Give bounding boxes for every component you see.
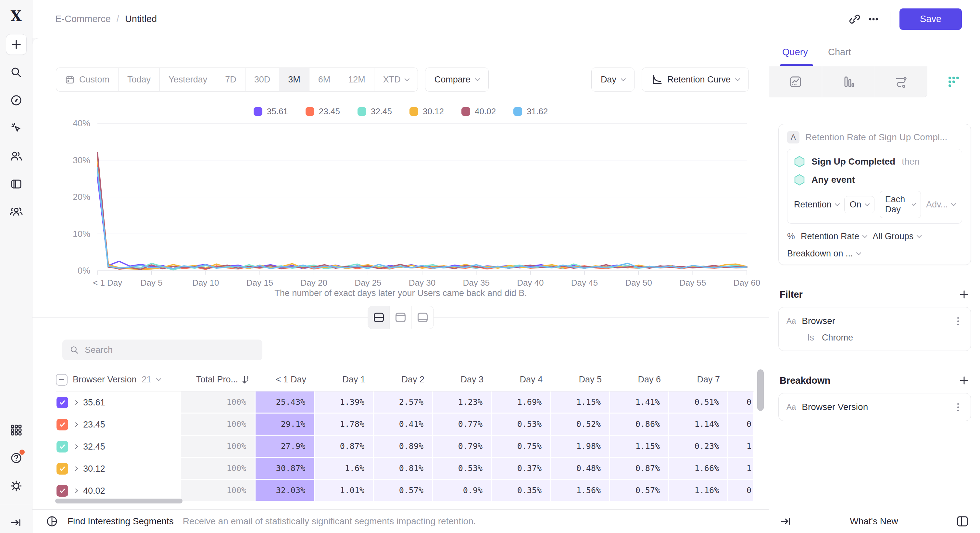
tab-query[interactable]: Query	[782, 47, 808, 57]
copy-link-button[interactable]	[845, 10, 864, 29]
side-panel-icon[interactable]	[956, 516, 969, 527]
advanced-dropdown[interactable]: Adv...	[926, 200, 955, 210]
legend-item[interactable]: 32.45	[358, 106, 392, 117]
settings-button[interactable]	[6, 476, 27, 497]
on-dropdown[interactable]: On	[844, 196, 875, 213]
day-column-header[interactable]: Day 6	[610, 374, 669, 385]
layout-table-button[interactable]	[412, 306, 433, 329]
expand-row-icon[interactable]	[73, 466, 78, 471]
retention-cell[interactable]: 0.81%	[374, 458, 433, 480]
flows-report-button[interactable]	[875, 66, 928, 97]
range-xtd[interactable]: XTD	[374, 68, 418, 91]
chart-type-button[interactable]: Retention Curve	[642, 68, 749, 92]
retention-cell[interactable]: 30.87%	[256, 458, 315, 480]
retention-cell[interactable]: 1.16%	[669, 480, 729, 502]
retention-type-dropdown[interactable]: Retention	[794, 200, 839, 210]
retention-cell[interactable]: 1.78%	[315, 414, 374, 436]
day-column-header[interactable]: Day 5	[551, 374, 610, 385]
legend-item[interactable]: 35.61	[254, 106, 288, 117]
retention-cell[interactable]: 0.23%	[669, 436, 729, 458]
retention-cell[interactable]: 0.89%	[374, 436, 433, 458]
add-breakdown-button[interactable]	[959, 375, 970, 386]
filter-property[interactable]: Browser	[802, 316, 947, 326]
retention-cell[interactable]: 1.69%	[492, 392, 551, 414]
retention-cell[interactable]: 0.87%	[315, 436, 374, 458]
retention-cell[interactable]: 1.41%	[610, 392, 669, 414]
filter-menu-button[interactable]	[953, 317, 963, 325]
retention-cell[interactable]: 1.14%	[669, 414, 729, 436]
measure-dropdown[interactable]: Retention Rate	[801, 232, 867, 241]
range-6m[interactable]: 6M	[309, 68, 340, 91]
granularity-button[interactable]: Day	[591, 68, 635, 92]
horizontal-scrollbar-thumb[interactable]	[55, 498, 183, 503]
retention-cell[interactable]: 1.56%	[551, 480, 610, 502]
breakdown-on-dropdown[interactable]: Breakdown on ...	[787, 249, 861, 259]
series-line-30.12[interactable]	[97, 157, 747, 270]
retention-line-chart[interactable]: 0%10%20%30%40%< 1 DayDay 5Day 10Day 15Da…	[52, 119, 760, 288]
day-column-header[interactable]: < 1 Day	[256, 374, 315, 385]
retention-cell[interactable]: 0.9%	[433, 480, 492, 502]
series-title[interactable]: Retention Rate of Sign Up Compl...	[805, 132, 947, 143]
compare-button[interactable]: Compare	[425, 68, 489, 92]
help-button[interactable]	[6, 447, 27, 468]
find-segments-link[interactable]: Find Interesting Segments	[68, 516, 174, 527]
filter-value[interactable]: Chrome	[822, 333, 853, 343]
range-today[interactable]: Today	[119, 68, 160, 91]
retention-cell[interactable]: 1.98%	[551, 436, 610, 458]
breakdown-property[interactable]: Browser Version	[802, 402, 947, 412]
breadcrumb-report-title[interactable]: Untitled	[125, 14, 157, 24]
total-column-header[interactable]: Total Pro...	[181, 374, 256, 385]
retention-cell[interactable]: 0.87%	[610, 458, 669, 480]
add-filter-button[interactable]	[959, 289, 970, 300]
more-options-button[interactable]	[864, 10, 883, 29]
create-new-button[interactable]	[6, 34, 27, 55]
range-12m[interactable]: 12M	[339, 68, 374, 91]
series-line-35.61[interactable]	[97, 177, 747, 269]
retention-cell[interactable]: 0.53%	[492, 414, 551, 436]
select-all-checkbox[interactable]	[56, 374, 68, 385]
retention-cell[interactable]: 2.57%	[374, 392, 433, 414]
legend-item[interactable]: 40.02	[461, 106, 496, 117]
retention-cell[interactable]: 1.15%	[551, 392, 610, 414]
sidebar-item-users[interactable]	[6, 146, 27, 167]
row-checkbox[interactable]	[57, 441, 68, 452]
row-checkbox[interactable]	[57, 419, 68, 430]
mixpanel-logo-icon[interactable]: X	[10, 8, 21, 24]
expand-sidebar-button[interactable]	[6, 512, 27, 533]
retention-cell[interactable]: 0.86%	[610, 414, 669, 436]
retention-cell[interactable]: 1.6%	[315, 458, 374, 480]
retention-cell[interactable]: 29.1%	[256, 414, 315, 436]
legend-item[interactable]: 30.12	[409, 106, 444, 117]
layout-split-button[interactable]	[368, 306, 390, 329]
expand-row-icon[interactable]	[73, 444, 78, 449]
retention-cell[interactable]: 0.57%	[610, 480, 669, 502]
sidebar-item-cohorts[interactable]	[6, 201, 27, 222]
retention-report-button[interactable]	[928, 66, 980, 97]
legend-item[interactable]: 31.62	[513, 106, 548, 117]
retention-cell[interactable]: 1.39%	[315, 392, 374, 414]
retention-cell[interactable]: 27.9%	[256, 436, 315, 458]
range-3m[interactable]: 3M	[279, 68, 309, 91]
day-column-header[interactable]: Day 3	[433, 374, 492, 385]
retention-cell[interactable]: 1.01%	[315, 480, 374, 502]
breadcrumb-board[interactable]: E-Commerce	[55, 14, 111, 24]
legend-item[interactable]: 23.45	[305, 106, 340, 117]
vertical-scrollbar-thumb[interactable]	[757, 370, 764, 411]
series-line-40.02[interactable]	[97, 153, 747, 270]
retention-cell[interactable]: 0.77%	[433, 414, 492, 436]
retention-cell[interactable]: 0.37%	[492, 458, 551, 480]
retention-cell[interactable]: 0.51%	[669, 392, 729, 414]
retention-cell[interactable]: 1.23%	[433, 392, 492, 414]
day-column-header[interactable]: Day 2	[374, 374, 433, 385]
expand-row-icon[interactable]	[73, 400, 78, 405]
retention-cell[interactable]: 25.43%	[256, 392, 315, 414]
expand-row-icon[interactable]	[73, 422, 78, 427]
each-day-dropdown[interactable]: Each Day	[880, 191, 921, 218]
row-checkbox[interactable]	[57, 463, 68, 474]
range-30d[interactable]: 30D	[245, 68, 280, 91]
sidebar-item-events[interactable]	[6, 118, 27, 139]
retention-cell[interactable]: 0.53%	[433, 458, 492, 480]
tab-chart[interactable]: Chart	[828, 47, 851, 57]
search-input[interactable]	[85, 345, 255, 355]
return-event-row[interactable]: Any event	[794, 173, 955, 187]
